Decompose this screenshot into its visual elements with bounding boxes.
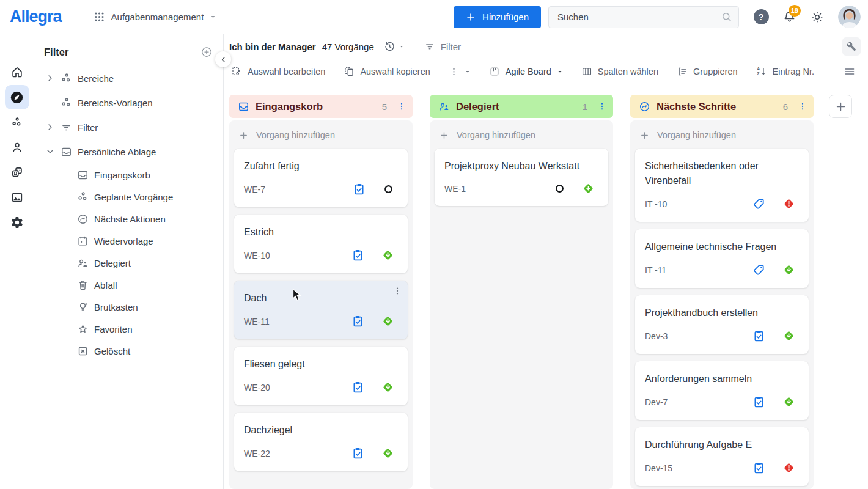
rail-item-circles[interactable] — [5, 110, 29, 134]
circles-icon — [10, 116, 23, 129]
sidebar-item-gel-scht[interactable]: Gelöscht — [34, 340, 223, 362]
card-title: Zufahrt fertig — [244, 159, 398, 174]
sidebar-tree: BereicheBereichs-VorlagenFilterPersönlic… — [34, 62, 223, 362]
task-card-it-11[interactable]: Allgemeine technische FragenIT -11 — [635, 229, 809, 288]
column-menu-icon[interactable] — [395, 100, 408, 112]
chevron-right-icon[interactable] — [42, 122, 58, 132]
column-count: 5 — [382, 101, 387, 112]
sidebar-item-pers-nliche-ablage[interactable]: Persönliche Ablage — [34, 139, 223, 164]
edit-selection-button[interactable]: Auswahl bearbeiten — [231, 66, 325, 77]
sidebar-item-abfall[interactable]: Abfall — [34, 274, 223, 296]
card-key: Dev-3 — [645, 331, 752, 341]
chevron-down-icon[interactable] — [42, 147, 58, 156]
sidebar-item-wiedervorlage[interactable]: Wiedervorlage — [34, 230, 223, 252]
copy-selection-button[interactable]: Auswahl kopieren — [344, 66, 430, 77]
history-dropdown[interactable] — [384, 41, 405, 53]
circles-icon — [58, 97, 74, 109]
task-card-it-10[interactable]: Sicherheitsbedenken oder VirenbefallIT -… — [635, 149, 809, 222]
checklist-icon — [752, 461, 765, 474]
sort-button[interactable]: AZ Eintrag Nr. — [756, 66, 815, 77]
notifications-button[interactable]: 18 — [778, 6, 800, 28]
copy-selection-icon — [344, 66, 355, 77]
sidebar-item-favoriten[interactable]: Favoriten — [34, 318, 223, 340]
card-key: WE-20 — [244, 383, 351, 392]
column-menu-icon[interactable] — [596, 100, 608, 112]
sidebar-item-filter[interactable]: Filter — [34, 115, 223, 139]
card-icons — [752, 329, 799, 342]
sidebar-item-delegiert[interactable]: Delegiert — [34, 252, 223, 274]
rail-item-gear[interactable] — [5, 210, 29, 235]
card-icons — [752, 263, 799, 276]
sidebar-item-eingangskorb[interactable]: Eingangskorb — [34, 164, 223, 186]
card-menu-icon[interactable] — [392, 286, 402, 298]
item-count: 47 Vorgänge — [322, 42, 374, 52]
kebab-menu-icon — [449, 67, 459, 77]
add-filter-icon[interactable] — [200, 46, 213, 58]
add-card-button[interactable]: Vorgang hinzufügen — [239, 128, 408, 142]
chevron-down-icon — [557, 68, 563, 75]
choose-columns-button[interactable]: Spalten wählen — [581, 66, 658, 77]
people-icon — [75, 257, 90, 269]
top-bar: Allegra Aufgabenmanagement Hinzufügen ? … — [0, 0, 868, 34]
filter-icon — [424, 41, 435, 52]
plus-icon — [239, 131, 248, 140]
rail-item-home[interactable] — [5, 60, 29, 84]
card-footer: Dev-3 — [645, 329, 799, 342]
sidebar-collapse-button[interactable] — [215, 51, 231, 67]
board-view-dropdown[interactable]: Agile Board — [489, 66, 563, 77]
task-card-we-20[interactable]: Fliesen gelegtWE-20 — [234, 347, 408, 405]
rail-item-masks[interactable] — [5, 160, 29, 185]
task-card-we-1[interactable]: Projektproxy Neubau WerkstattWE-1 — [435, 149, 608, 206]
add-button[interactable]: Hinzufügen — [454, 6, 541, 28]
user-avatar[interactable] — [838, 6, 861, 28]
card-title: Allgemeine technische Fragen — [645, 240, 799, 254]
search-input[interactable] — [556, 11, 716, 23]
sidebar-item-n-chste-aktionen[interactable]: Nächste Aktionen — [34, 208, 223, 230]
chevron-down-icon — [465, 68, 471, 75]
theme-button[interactable] — [806, 6, 828, 28]
help-icon: ? — [754, 9, 769, 24]
rail-item-image[interactable] — [5, 185, 29, 210]
priority-low-icon — [583, 183, 594, 194]
help-button[interactable]: ? — [750, 6, 772, 28]
card-key: WE-7 — [244, 185, 353, 194]
masks-icon — [10, 166, 24, 179]
card-title: Estrich — [244, 225, 398, 240]
group-button[interactable]: Gruppieren — [677, 66, 738, 77]
sidebar-item-geplante-vorg-nge[interactable]: Geplante Vorgänge — [34, 186, 223, 208]
column-count: 1 — [583, 101, 587, 112]
chevron-right-icon[interactable] — [42, 73, 58, 83]
card-icons — [351, 381, 398, 394]
sidebar-item-bereichs-vorlagen[interactable]: Bereichs-Vorlagen — [34, 90, 223, 115]
sidebar-item-label: Wiedervorlage — [94, 236, 153, 246]
more-actions-button[interactable] — [449, 67, 471, 77]
task-card-we-11[interactable]: DachWE-11 — [234, 281, 408, 339]
filter-button[interactable]: Filter — [424, 41, 461, 52]
column-menu-icon[interactable] — [796, 100, 809, 112]
task-card-we-22[interactable]: DachziegelWE-22 — [234, 413, 408, 471]
settings-wrench-button[interactable] — [842, 37, 861, 56]
card-icons — [351, 447, 398, 460]
task-card-dev-7[interactable]: Anforderungen sammelnDev-7 — [635, 361, 809, 420]
task-card-we-10[interactable]: EstrichWE-10 — [234, 215, 408, 273]
search-box — [548, 6, 739, 28]
task-card-dev-3[interactable]: Projekthandbuch erstellenDev-3 — [635, 295, 809, 354]
card-footer: WE-10 — [244, 249, 398, 262]
columns-icon — [581, 66, 592, 77]
sidebar-item-brutkasten[interactable]: Brutkasten — [34, 296, 223, 318]
rail-item-compass[interactable] — [5, 85, 29, 109]
sidebar-item-bereiche[interactable]: Bereiche — [34, 66, 223, 90]
actions-toolbar: Auswahl bearbeiten Auswahl kopieren — [224, 59, 868, 84]
app-switcher[interactable]: Aufgabenmanagement — [94, 11, 217, 23]
card-title: Durchführung Aufgabe E — [645, 438, 799, 452]
card-footer: Dev-15 — [645, 461, 799, 474]
card-title: Projektproxy Neubau Werkstatt — [444, 159, 598, 174]
rail-item-person[interactable] — [5, 135, 29, 160]
task-card-dev-15[interactable]: Durchführung Aufgabe EDev-15 — [635, 427, 809, 486]
column-body: Vorgang hinzufügenProjektproxy Neubau We… — [430, 120, 613, 489]
add-card-button[interactable]: Vorgang hinzufügen — [440, 128, 608, 142]
add-column-button[interactable] — [829, 95, 852, 118]
task-card-we-7[interactable]: Zufahrt fertigWE-7 — [234, 149, 408, 207]
add-card-button[interactable]: Vorgang hinzufügen — [640, 128, 809, 142]
list-menu-icon[interactable] — [844, 65, 856, 78]
